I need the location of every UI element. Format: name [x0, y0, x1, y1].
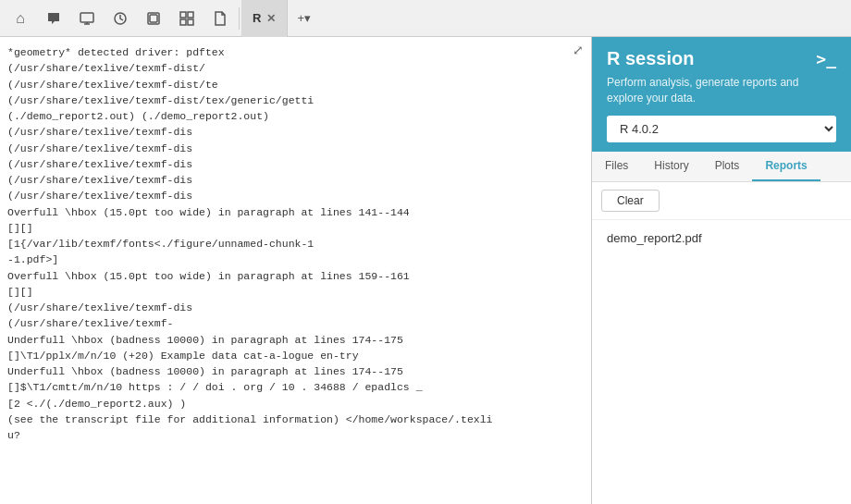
- r-tab-history[interactable]: History: [641, 152, 701, 181]
- r-tab-close[interactable]: ✕: [266, 12, 276, 25]
- r-session-prompt: >_: [816, 49, 836, 68]
- r-session-description: Perform analysis, generate reports and e…: [607, 75, 836, 106]
- r-session-panel: R session >_ Perform analysis, generate …: [592, 37, 851, 504]
- clear-button[interactable]: Clear: [601, 190, 660, 212]
- chat-icon[interactable]: [37, 2, 70, 35]
- svg-rect-6: [180, 12, 186, 18]
- r-session-header: R session >_ Perform analysis, generate …: [592, 37, 851, 152]
- svg-rect-8: [180, 19, 186, 25]
- r-tab-label: R: [253, 11, 261, 25]
- r-tab-files[interactable]: Files: [592, 152, 641, 181]
- r-content: Clear demo_report2.pdf: [592, 182, 851, 504]
- layers-icon[interactable]: [137, 2, 170, 35]
- file-icon[interactable]: [204, 2, 237, 35]
- console-output[interactable]: *geometry* detected driver: pdftex (/usr…: [0, 37, 591, 504]
- report-item[interactable]: demo_report2.pdf: [592, 220, 851, 256]
- r-actions: Clear: [592, 182, 851, 220]
- r-tab-reports[interactable]: Reports: [752, 152, 820, 181]
- expand-button[interactable]: ⤢: [573, 43, 584, 57]
- main-area: ⤢ *geometry* detected driver: pdftex (/u…: [0, 37, 851, 504]
- add-tab-button[interactable]: +▾: [288, 11, 320, 25]
- monitor-icon[interactable]: [70, 2, 104, 35]
- toolbar: ⌂ R ✕ +▾: [0, 0, 851, 37]
- svg-rect-5: [150, 15, 157, 22]
- toolbar-separator: [239, 7, 240, 30]
- home-icon[interactable]: ⌂: [4, 2, 37, 35]
- r-tab-plots[interactable]: Plots: [702, 152, 753, 181]
- r-version-select[interactable]: R 4.0.2R 4.1.0R 3.6.3: [607, 116, 836, 142]
- grid-icon[interactable]: [170, 2, 204, 35]
- svg-rect-7: [188, 12, 193, 18]
- svg-rect-9: [188, 19, 193, 25]
- clock-icon[interactable]: [104, 2, 137, 35]
- console-panel: ⤢ *geometry* detected driver: pdftex (/u…: [0, 37, 592, 504]
- r-session-title: R session: [607, 48, 694, 69]
- r-session-tabs: FilesHistoryPlotsReports: [592, 152, 851, 182]
- svg-rect-0: [80, 13, 93, 22]
- r-tab[interactable]: R ✕: [241, 0, 288, 37]
- r-session-title-row: R session >_: [607, 48, 836, 69]
